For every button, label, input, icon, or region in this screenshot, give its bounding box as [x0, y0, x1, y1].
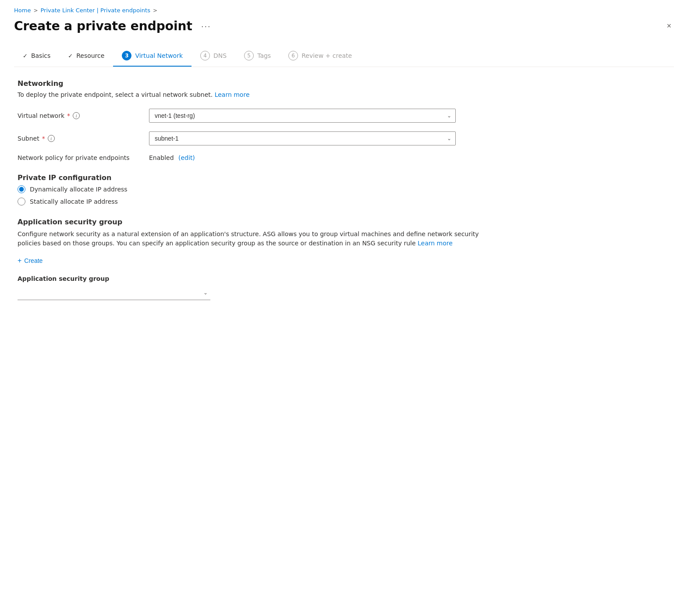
radio-static-label[interactable]: Statically allocate IP address [18, 198, 670, 205]
tab-resource-label: Resource [76, 52, 104, 59]
resource-check-icon: ✓ [68, 53, 73, 59]
breadcrumb-sep1: > [33, 7, 38, 14]
radio-static-text: Statically allocate IP address [30, 198, 118, 205]
virtual-network-select[interactable]: vnet-1 (test-rg) [149, 109, 456, 123]
content-area: Networking To deploy the private endpoin… [14, 79, 674, 300]
page-title-area: Create a private endpoint ··· [14, 19, 215, 33]
network-policy-row: Network policy for private endpoints Ena… [18, 154, 670, 161]
tab-dns[interactable]: 4 DNS [192, 46, 235, 67]
step-circle-5: 5 [244, 51, 254, 60]
step-circle-6: 6 [288, 51, 298, 60]
asg-dropdown-wrapper: ⌄ [18, 286, 210, 300]
virtual-network-required: * [67, 112, 70, 119]
radio-dynamic-text: Dynamically allocate IP address [30, 186, 128, 193]
ellipsis-button[interactable]: ··· [198, 19, 215, 33]
asg-create-button[interactable]: + Create [18, 255, 43, 266]
networking-desc: To deploy the private endpoint, select a… [18, 91, 670, 98]
tab-virtual-network[interactable]: 3 Virtual Network [113, 46, 192, 67]
tab-tags[interactable]: 5 Tags [235, 46, 280, 67]
page-title: Create a private endpoint [14, 19, 192, 33]
breadcrumb-home[interactable]: Home [14, 7, 31, 14]
networking-section: Networking To deploy the private endpoin… [18, 79, 670, 161]
tab-basics[interactable]: ✓ Basics [14, 47, 59, 65]
page-container: Home > Private Link Center | Private end… [0, 0, 688, 616]
step-circle-4: 4 [200, 51, 210, 60]
network-policy-value: Enabled [149, 154, 174, 161]
private-ip-title: Private IP configuration [18, 173, 670, 182]
tab-tags-label: Tags [257, 52, 271, 59]
radio-static-input[interactable] [18, 198, 25, 205]
subnet-info-icon[interactable]: i [48, 135, 55, 142]
breadcrumb-sep2: > [153, 7, 157, 14]
asg-select[interactable] [18, 286, 210, 299]
tab-dns-label: DNS [213, 52, 227, 59]
step-circle-3: 3 [122, 51, 131, 60]
subnet-select[interactable]: subnet-1 [149, 131, 456, 145]
networking-title: Networking [18, 79, 670, 88]
asg-field-label: Application security group [18, 275, 670, 282]
network-policy-label: Network policy for private endpoints [18, 154, 140, 161]
wizard-tabs: ✓ Basics ✓ Resource 3 Virtual Network 4 … [14, 46, 674, 67]
asg-learn-more[interactable]: Learn more [418, 240, 453, 247]
virtual-network-row: Virtual network * i vnet-1 (test-rg) ⌄ [18, 109, 670, 123]
network-policy-edit-link[interactable]: (edit) [178, 154, 195, 161]
asg-section: Application security group Configure net… [18, 218, 670, 300]
subnet-label: Subnet * i [18, 135, 140, 142]
asg-title: Application security group [18, 218, 670, 226]
virtual-network-label: Virtual network * i [18, 112, 140, 119]
tab-basics-label: Basics [31, 52, 50, 59]
plus-icon: + [18, 257, 21, 265]
virtual-network-dropdown-wrapper: vnet-1 (test-rg) ⌄ [149, 109, 456, 123]
subnet-dropdown-wrapper: subnet-1 ⌄ [149, 131, 456, 145]
asg-field-container: Application security group ⌄ [18, 275, 670, 300]
private-ip-section: Private IP configuration Dynamically all… [18, 173, 670, 205]
tab-review-create-label: Review + create [301, 52, 352, 59]
breadcrumb-parent[interactable]: Private Link Center | Private endpoints [40, 7, 150, 14]
radio-dynamic-label[interactable]: Dynamically allocate IP address [18, 185, 670, 193]
radio-group-ip: Dynamically allocate IP address Statical… [18, 185, 670, 205]
network-policy-value-area: Enabled (edit) [149, 154, 456, 161]
tab-resource[interactable]: ✓ Resource [59, 47, 113, 65]
basics-check-icon: ✓ [23, 53, 28, 59]
tab-review-create[interactable]: 6 Review + create [280, 46, 361, 67]
page-header: Create a private endpoint ··· × [14, 19, 674, 33]
breadcrumb: Home > Private Link Center | Private end… [14, 7, 674, 14]
asg-create-label: Create [24, 257, 43, 264]
close-button[interactable]: × [664, 19, 674, 33]
subnet-row: Subnet * i subnet-1 ⌄ [18, 131, 670, 145]
subnet-required: * [42, 135, 45, 142]
virtual-network-info-icon[interactable]: i [73, 112, 80, 119]
tab-virtual-network-label: Virtual Network [135, 52, 183, 59]
radio-dynamic-input[interactable] [18, 185, 25, 193]
asg-desc: Configure network security as a natural … [18, 230, 482, 248]
networking-learn-more[interactable]: Learn more [215, 91, 250, 98]
